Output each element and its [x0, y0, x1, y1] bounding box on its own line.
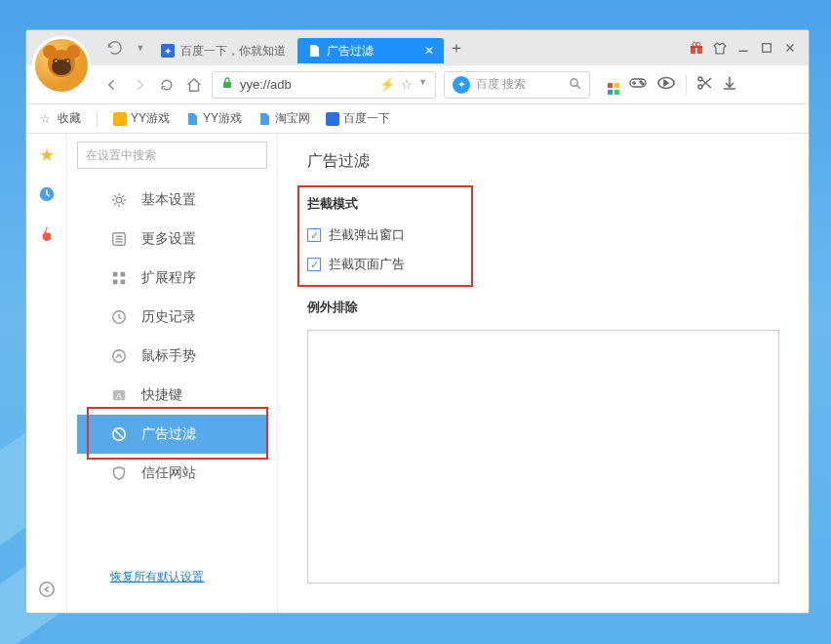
page-body: ★ 在设置中搜索 基本设置 更多设置 扩展程序 历史记录 鼠标手势 A快捷键 广…: [26, 134, 809, 613]
svg-point-1: [43, 45, 57, 59]
minimize-icon[interactable]: [736, 41, 750, 55]
tab-adblock[interactable]: 广告过滤 ✕: [297, 38, 444, 63]
shield-icon: [110, 464, 128, 482]
checkbox-icon: ✓: [307, 228, 321, 242]
svg-point-36: [113, 350, 125, 362]
svg-point-21: [642, 83, 644, 85]
clock-tab-icon[interactable]: [37, 184, 57, 204]
favorite-star-icon[interactable]: ☆: [401, 77, 413, 92]
settings-sidebar: 在设置中搜索 基本设置 更多设置 扩展程序 历史记录 鼠标手势 A快捷键 广告过…: [67, 134, 278, 613]
list-icon: [110, 230, 128, 248]
page-title: 广告过滤: [307, 151, 779, 172]
url-text: yye://adb: [240, 77, 292, 92]
bookmark-taobao[interactable]: 淘宝网: [257, 110, 310, 127]
settings-nav-list: 基本设置 更多设置 扩展程序 历史记录 鼠标手势 A快捷键 广告过滤 信任网站: [77, 181, 267, 493]
tab-history-dropdown[interactable]: ▼: [136, 38, 145, 58]
reload-icon[interactable]: [157, 75, 177, 95]
lock-icon: [220, 76, 234, 93]
window-controls: [690, 41, 809, 55]
tab-label: 百度一下，你就知道: [180, 43, 286, 60]
bookmark-bar: ☆收藏 YY游戏 YY游戏 淘宝网 百度一下: [26, 104, 809, 134]
svg-text:✦: ✦: [164, 46, 172, 57]
nav-adblock[interactable]: 广告过滤: [77, 415, 267, 454]
scissors-icon[interactable]: [696, 75, 712, 95]
nav-history[interactable]: 历史记录: [77, 298, 267, 337]
search-placeholder: 百度 搜索: [476, 76, 526, 93]
svg-rect-12: [691, 46, 702, 48]
browser-window: ▼ ✦ 百度一下，你就知道 广告过滤 ✕ ＋: [25, 29, 810, 614]
checkbox-popup[interactable]: ✓ 拦截弹出窗口: [307, 226, 779, 244]
grid-icon: [110, 269, 128, 287]
block-icon: [110, 425, 128, 443]
nav-trust[interactable]: 信任网站: [77, 454, 267, 493]
addr-dropdown-icon[interactable]: ▼: [418, 77, 427, 92]
new-tab-button[interactable]: ＋: [444, 38, 469, 59]
maximize-icon[interactable]: [760, 41, 773, 55]
tab-label: 广告过滤: [327, 43, 374, 60]
svg-rect-16: [763, 44, 772, 53]
bookmark-yy1[interactable]: YY游戏: [113, 110, 170, 127]
search-box[interactable]: ✦ 百度 搜索: [444, 71, 590, 99]
page-icon: [307, 44, 321, 58]
toolbar: yye://adb ⚡ ☆ ▼ ✦ 百度 搜索: [26, 65, 809, 104]
gamepad-icon[interactable]: [629, 76, 647, 94]
bookmark-favorites[interactable]: ☆收藏: [40, 110, 81, 127]
history-icon: [110, 308, 128, 326]
close-window-icon[interactable]: [783, 41, 797, 55]
bookmark-baidu[interactable]: 百度一下: [326, 110, 390, 127]
section-block-mode: 拦截模式: [307, 195, 779, 213]
address-bar[interactable]: yye://adb ⚡ ☆ ▼: [212, 71, 436, 99]
star-tab-icon[interactable]: ★: [37, 145, 57, 165]
home-icon[interactable]: [184, 75, 204, 95]
forward-icon[interactable]: [130, 75, 149, 95]
tab-bar: ▼ ✦ 百度一下，你就知道 广告过滤 ✕ ＋: [26, 30, 809, 65]
svg-point-28: [39, 583, 53, 596]
keyboard-icon: A: [110, 386, 128, 404]
svg-point-2: [66, 45, 80, 59]
fire-tab-icon[interactable]: [37, 223, 57, 243]
restore-defaults-link[interactable]: 恢复所有默认设置: [110, 569, 267, 585]
section-exceptions: 例外排除: [307, 299, 779, 316]
svg-rect-31: [113, 272, 118, 277]
gear-icon: [110, 191, 128, 209]
profile-avatar[interactable]: [32, 36, 91, 95]
search-icon[interactable]: [569, 77, 581, 93]
svg-rect-15: [739, 51, 748, 52]
checkbox-icon: ✓: [307, 258, 321, 271]
download-icon[interactable]: [722, 75, 737, 95]
svg-rect-33: [113, 280, 118, 285]
lightning-icon[interactable]: ⚡: [379, 77, 395, 92]
svg-rect-34: [121, 280, 126, 285]
svg-rect-25: [113, 112, 127, 126]
checkbox-page-ads[interactable]: ✓ 拦截页面广告: [307, 256, 779, 273]
skin-icon[interactable]: [713, 41, 727, 55]
bookmark-yy2[interactable]: YY游戏: [185, 110, 242, 127]
back-icon[interactable]: [102, 75, 122, 95]
settings-search-input[interactable]: 在设置中搜索: [77, 141, 267, 169]
tab-baidu[interactable]: ✦ 百度一下，你就知道: [151, 38, 297, 63]
mouse-gesture-icon: [110, 347, 128, 365]
video-icon[interactable]: [656, 76, 676, 94]
nav-basic[interactable]: 基本设置: [77, 181, 267, 220]
svg-point-20: [640, 81, 642, 83]
undo-icon[interactable]: [104, 38, 124, 58]
close-tab-icon[interactable]: ✕: [424, 44, 434, 58]
extensions-grid-icon[interactable]: [608, 74, 619, 95]
svg-point-6: [56, 60, 58, 62]
settings-content: 广告过滤 拦截模式 ✓ 拦截弹出窗口 ✓ 拦截页面广告 例外排除: [278, 134, 809, 613]
nav-mouse[interactable]: 鼠标手势: [77, 337, 267, 376]
gift-icon[interactable]: [690, 41, 703, 55]
svg-point-29: [116, 197, 121, 202]
exceptions-list[interactable]: [307, 330, 779, 584]
nav-more[interactable]: 更多设置: [77, 220, 267, 259]
exit-icon[interactable]: [37, 580, 57, 599]
svg-rect-32: [121, 272, 126, 277]
svg-point-24: [698, 77, 702, 81]
svg-rect-17: [223, 82, 231, 88]
svg-point-18: [571, 78, 577, 85]
svg-point-13: [692, 43, 696, 47]
nav-shortcut[interactable]: A快捷键: [77, 376, 267, 415]
nav-ext[interactable]: 扩展程序: [77, 259, 267, 298]
svg-text:A: A: [116, 391, 122, 401]
svg-point-23: [698, 85, 702, 89]
